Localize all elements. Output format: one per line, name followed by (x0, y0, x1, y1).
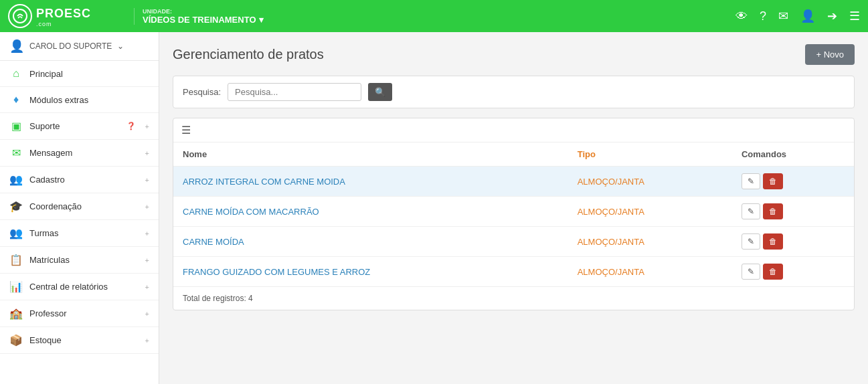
user-icon[interactable]: 👤 (800, 9, 815, 23)
mail-icon[interactable]: ✉ (778, 9, 788, 23)
page-title: Gerenciamento de pratos (173, 47, 324, 62)
estoque-expand-icon: + (145, 337, 149, 345)
tipo-value: ALMOÇO/JANTA (578, 267, 644, 277)
cell-tipo: ALMOÇO/JANTA (568, 197, 732, 227)
cadastro-expand-icon: + (145, 176, 149, 184)
sidebar-label-modulos: Módulos extras (29, 95, 149, 105)
sidebar-item-matriculas[interactable]: 📋 Matrículas + (0, 247, 159, 274)
coordenacao-expand-icon: + (145, 203, 149, 211)
user-name: CAROL DO SUPORTE (29, 41, 112, 51)
nav-icons: 👁 ? ✉ 👤 ➔ ☰ (735, 9, 860, 23)
delete-button[interactable]: 🗑 (763, 233, 783, 250)
sidebar-label-suporte: Suporte (29, 121, 120, 131)
user-avatar-icon: 👤 (9, 39, 24, 54)
support-icon: ▣ (9, 120, 23, 132)
edit-button[interactable]: ✎ (742, 173, 760, 189)
novo-button[interactable]: + Novo (805, 44, 855, 65)
content-area: Gerenciamento de pratos + Novo Pesquisa:… (159, 32, 868, 384)
search-input[interactable] (228, 83, 361, 101)
col-header-nome: Nome (173, 142, 568, 167)
col-header-tipo: Tipo (568, 142, 732, 167)
relatorios-expand-icon: + (145, 283, 149, 291)
nome-link[interactable]: CARNE MOÍDA COM MACARRÃO (183, 207, 319, 217)
sidebar-item-professor[interactable]: 🏫 Professor + (0, 300, 159, 327)
gem-icon: ♦ (9, 94, 23, 106)
logo-text: PROESC (36, 7, 91, 20)
unit-area: UNIDADE: VÍDEOS DE TREINAMENTO ▾ (134, 8, 735, 25)
turmas-expand-icon: + (145, 229, 149, 237)
edit-button[interactable]: ✎ (742, 203, 760, 219)
coordenacao-icon: 🎓 (9, 200, 23, 213)
unit-name-dropdown[interactable]: VÍDEOS DE TREINAMENTO ▾ (143, 15, 735, 25)
sidebar-label-mensagem: Mensagem (29, 148, 136, 158)
sidebar-item-turmas[interactable]: 👥 Turmas + (0, 220, 159, 247)
sidebar-item-mensagem[interactable]: ✉ Mensagem + (0, 140, 159, 167)
matriculas-icon: 📋 (9, 254, 23, 266)
top-navbar: PROESC .com UNIDADE: VÍDEOS DE TREINAMEN… (0, 0, 868, 32)
cmd-cell: ✎🗑 (742, 264, 845, 280)
table-list-icon: ☰ (181, 124, 191, 136)
sidebar-item-relatorios[interactable]: 📊 Central de relatórios + (0, 274, 159, 300)
tipo-value: ALMOÇO/JANTA (578, 207, 644, 217)
table-card: ☰ Nome Tipo Comandos ARROZ INTEGRAL COM … (173, 118, 855, 310)
sidebar-label-estoque: Estoque (29, 335, 136, 345)
cell-nome: FRANGO GUIZADO COM LEGUMES E ARROZ (173, 257, 568, 287)
nome-link[interactable]: FRANGO GUIZADO COM LEGUMES E ARROZ (183, 267, 370, 277)
sidebar-item-modulos[interactable]: ♦ Módulos extras (0, 87, 159, 113)
sidebar-label-professor: Professor (29, 308, 136, 318)
tipo-value: ALMOÇO/JANTA (578, 237, 644, 247)
sidebar-item-estoque[interactable]: 📦 Estoque + (0, 327, 159, 354)
main-layout: 👤 CAROL DO SUPORTE ⌄ ⌂ Principal ♦ Módul… (0, 32, 868, 384)
table-toolbar: ☰ (173, 118, 854, 142)
cell-tipo: ALMOÇO/JANTA (568, 257, 732, 287)
delete-button[interactable]: 🗑 (763, 173, 783, 189)
cmd-cell: ✎🗑 (742, 203, 845, 219)
delete-button[interactable]: 🗑 (763, 264, 783, 280)
sidebar-label-coordenacao: Coordenação (29, 201, 136, 211)
sidebar-label-principal: Principal (29, 69, 149, 79)
table-row: FRANGO GUIZADO COM LEGUMES E ARROZALMOÇO… (173, 257, 854, 287)
logo-area: PROESC .com (8, 4, 128, 28)
menu-icon[interactable]: ☰ (849, 9, 860, 23)
user-bar[interactable]: 👤 CAROL DO SUPORTE ⌄ (0, 32, 159, 61)
delete-button[interactable]: 🗑 (763, 203, 783, 219)
sidebar-item-principal[interactable]: ⌂ Principal (0, 61, 159, 87)
table-row: ARROZ INTEGRAL COM CARNE MOIDAALMOÇO/JAN… (173, 167, 854, 197)
table-row: CARNE MOÍDAALMOÇO/JANTA✎🗑 (173, 227, 854, 257)
edit-button[interactable]: ✎ (742, 264, 760, 280)
edit-button[interactable]: ✎ (742, 233, 760, 250)
question-icon[interactable]: ? (760, 9, 766, 23)
data-table: Nome Tipo Comandos ARROZ INTEGRAL COM CA… (173, 142, 854, 286)
eye-icon[interactable]: 👁 (735, 9, 748, 23)
col-header-comandos: Comandos (732, 142, 854, 167)
logo-com: .com (36, 21, 91, 27)
estoque-icon: 📦 (9, 334, 23, 347)
cell-comandos: ✎🗑 (732, 197, 854, 227)
sidebar-item-cadastro[interactable]: 👥 Cadastro + (0, 167, 159, 193)
svg-point-0 (13, 9, 27, 23)
nome-link[interactable]: ARROZ INTEGRAL COM CARNE MOIDA (183, 177, 345, 187)
message-icon: ✉ (9, 147, 23, 159)
cell-nome: CARNE MOÍDA (173, 227, 568, 257)
logout-icon[interactable]: ➔ (827, 9, 837, 23)
table-footer: Total de registros: 4 (173, 286, 854, 310)
relatorios-icon: 📊 (9, 280, 23, 293)
sidebar-item-suporte[interactable]: ▣ Suporte ❓ + (0, 113, 159, 140)
logo-icon (8, 4, 32, 28)
cadastro-icon: 👥 (9, 173, 23, 186)
page-header: Gerenciamento de pratos + Novo (173, 44, 855, 65)
cell-nome: CARNE MOÍDA COM MACARRÃO (173, 197, 568, 227)
nome-link[interactable]: CARNE MOÍDA (183, 237, 244, 247)
home-icon: ⌂ (9, 68, 23, 80)
cell-tipo: ALMOÇO/JANTA (568, 227, 732, 257)
suporte-expand-icon: + (145, 122, 149, 130)
sidebar-item-coordenacao[interactable]: 🎓 Coordenação + (0, 193, 159, 220)
suporte-badge: ❓ (126, 122, 136, 130)
sidebar-label-relatorios: Central de relatórios (29, 282, 136, 292)
matriculas-expand-icon: + (145, 256, 149, 264)
search-label: Pesquisa: (183, 87, 221, 97)
professor-expand-icon: + (145, 310, 149, 318)
search-bar: Pesquisa: 🔍 (173, 76, 855, 108)
mensagem-expand-icon: + (145, 149, 149, 157)
search-button[interactable]: 🔍 (368, 83, 392, 101)
